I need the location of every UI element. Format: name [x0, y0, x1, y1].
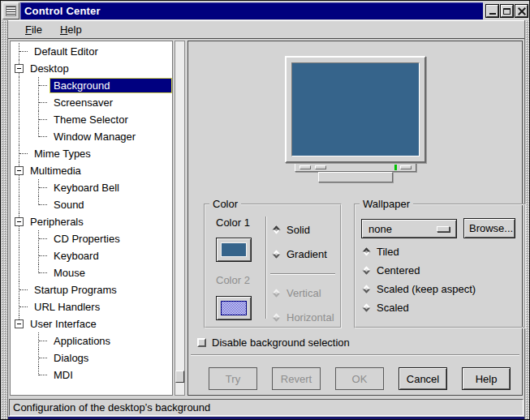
- color2-swatch-button[interactable]: [216, 296, 252, 320]
- tree-item-label: URL Handlers: [30, 299, 172, 315]
- tree-item-label: Multimedia: [26, 163, 172, 178]
- menu-item[interactable]: File: [18, 22, 50, 37]
- wallpaper-dropdown[interactable]: none: [361, 219, 457, 238]
- disable-background-checkbox-row[interactable]: Disable background selection: [197, 336, 350, 349]
- expander-icon[interactable]: [15, 319, 24, 328]
- action-button[interactable]: Try: [209, 367, 257, 390]
- tree-item[interactable]: Mouse: [11, 264, 172, 281]
- radio-option[interactable]: Tiled: [362, 245, 476, 259]
- wallpaper-group-title: Wallpaper: [360, 198, 413, 210]
- radio-label: Scaled: [377, 302, 409, 314]
- tree-item[interactable]: CD Properties: [11, 230, 172, 247]
- menubar: File Help: [8, 20, 524, 38]
- tree-item[interactable]: Startup Programs: [11, 281, 172, 298]
- tree-item[interactable]: Keyboard Bell: [11, 179, 172, 196]
- minimize-button[interactable]: [486, 5, 498, 17]
- action-button[interactable]: Help: [462, 367, 511, 390]
- radio-option[interactable]: Gradient: [272, 247, 335, 261]
- color2-swatch: [221, 301, 247, 315]
- tree-item-label: Mouse: [50, 265, 172, 281]
- radio-option[interactable]: Vertical: [272, 286, 335, 300]
- content-area: Default Editor Desktop Background: [8, 38, 524, 397]
- wallpaper-group: Wallpaper none Browse... Tiled: [354, 204, 526, 328]
- buttons-separator: [191, 354, 519, 356]
- tree-item[interactable]: Screensaver: [11, 94, 172, 111]
- tree-item-label: Desktop: [26, 61, 172, 76]
- tree-item[interactable]: Peripherals: [11, 213, 172, 230]
- close-button[interactable]: [515, 5, 528, 17]
- tree-connector: [39, 358, 47, 358]
- color2-label: Color 2: [216, 274, 250, 286]
- tree-connector: [39, 375, 47, 375]
- checkbox-label: Disable background selection: [212, 336, 350, 349]
- tree-item[interactable]: URL Handlers: [11, 298, 172, 315]
- expander-icon[interactable]: [15, 217, 24, 226]
- action-button[interactable]: Revert: [272, 367, 321, 390]
- color1-swatch-button[interactable]: [216, 238, 252, 262]
- radio-option[interactable]: Horizontal: [272, 311, 335, 324]
- tree-item[interactable]: Window Manager: [11, 128, 172, 145]
- radio-icon: [273, 289, 281, 298]
- tree-connector: [39, 272, 47, 273]
- fill-type-radios: Solid Gradient: [272, 223, 335, 324]
- maximize-button[interactable]: [501, 5, 513, 17]
- tree-connector: [39, 341, 47, 341]
- tree-item[interactable]: Multimedia: [11, 162, 172, 179]
- tree-item-label: Mime Types: [30, 146, 172, 161]
- control-center-window: Control Center File Help: [0, 0, 530, 420]
- radio-label: Tiled: [377, 246, 399, 258]
- tree-connector: [19, 306, 28, 307]
- action-button[interactable]: OK: [335, 367, 384, 390]
- tree-item-label: Background: [50, 78, 172, 93]
- window-menu-button[interactable]: [2, 2, 19, 19]
- background-settings-panel: Color Color 1 Color 2: [187, 41, 523, 396]
- tree-item[interactable]: User Interface: [11, 315, 172, 332]
- color-group: Color Color 1 Color 2: [204, 204, 342, 328]
- window-menu-icon: [6, 6, 16, 16]
- tree-item[interactable]: Theme Selector: [11, 111, 172, 128]
- color1-label: Color 1: [216, 216, 250, 229]
- monitor-stand: [318, 172, 393, 182]
- radio-icon: [363, 285, 371, 294]
- action-button[interactable]: Cancel: [399, 367, 447, 390]
- tree-item[interactable]: Background: [11, 77, 172, 94]
- expander-icon[interactable]: [15, 166, 24, 175]
- tree-item[interactable]: Mime Types: [11, 145, 172, 162]
- tree-connector: [39, 204, 47, 205]
- tree-scrollbar[interactable]: [175, 41, 185, 396]
- tree-connector: [39, 238, 47, 239]
- status-text: Configuration of the desktop’s backgroun…: [13, 401, 210, 414]
- radio-label: Vertical: [287, 287, 321, 299]
- browse-button[interactable]: Browse...: [463, 218, 515, 238]
- tree-item-label: Sound: [50, 197, 172, 212]
- expander-icon[interactable]: [15, 64, 24, 73]
- scrollbar-thumb[interactable]: [175, 371, 184, 383]
- monitor-bezel: [285, 56, 426, 163]
- tree-item[interactable]: Dialogs: [11, 349, 172, 366]
- tree-item[interactable]: Default Editor: [11, 43, 172, 60]
- tree-item[interactable]: Desktop: [11, 60, 172, 77]
- tree-item-label: Keyboard: [50, 248, 172, 264]
- tree-item[interactable]: MDI: [11, 366, 172, 384]
- tree-item[interactable]: Applications: [11, 332, 172, 349]
- titlebar: Control Center: [1, 1, 529, 20]
- radio-option[interactable]: Centered: [362, 264, 476, 277]
- window-controls: [483, 2, 528, 19]
- menu-item[interactable]: Help: [53, 22, 89, 37]
- radio-group-separator: [270, 273, 335, 275]
- radio-option[interactable]: Scaled: [362, 301, 476, 315]
- maximize-icon: [503, 8, 511, 15]
- monitor-base: [295, 163, 416, 172]
- tree-connector: [39, 102, 47, 103]
- tree-connector: [39, 85, 47, 86]
- tree-item[interactable]: Sound: [11, 196, 172, 213]
- titlebar-strip[interactable]: Control Center: [20, 2, 483, 19]
- radio-option[interactable]: Scaled (keep aspect): [362, 282, 476, 296]
- checkbox-icon[interactable]: [197, 338, 206, 347]
- tree-item-label: Startup Programs: [30, 282, 172, 298]
- radio-option[interactable]: Solid: [272, 223, 335, 237]
- radio-label: Centered: [377, 264, 420, 276]
- tree-item[interactable]: Keyboard: [11, 247, 172, 264]
- tree-item-label: Keyboard Bell: [50, 180, 172, 195]
- tree-item-label: Dialogs: [50, 350, 172, 366]
